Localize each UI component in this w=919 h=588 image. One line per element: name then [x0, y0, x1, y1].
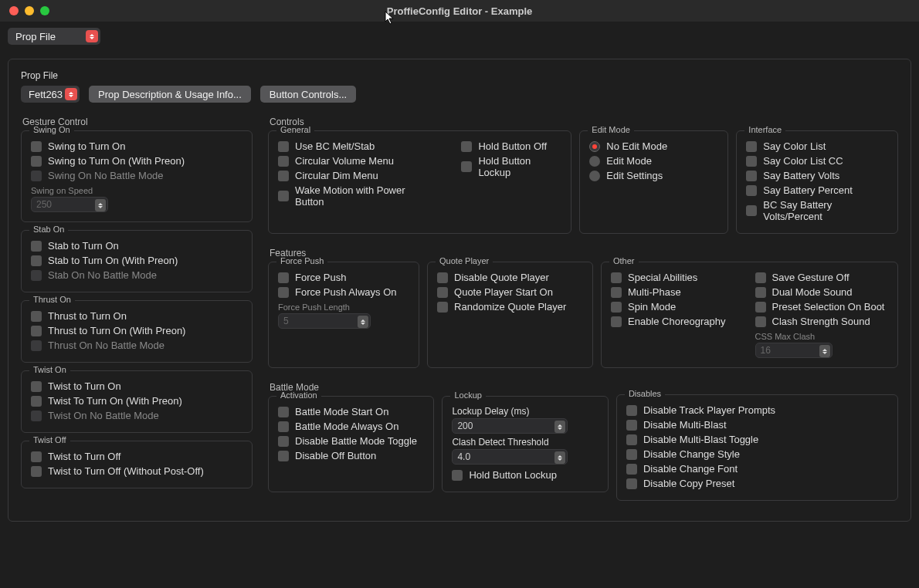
css-max-clash-input[interactable]: 16	[755, 343, 833, 358]
say-colorlist-cc-checkbox[interactable]	[746, 156, 757, 167]
bc-meltstab-checkbox[interactable]	[278, 141, 289, 152]
say-colorlist-checkbox[interactable]	[746, 141, 757, 152]
disable-multiblast-checkbox[interactable]	[626, 420, 637, 431]
disable-quote-checkbox[interactable]	[437, 272, 448, 283]
forcepush-always-checkbox[interactable]	[278, 287, 289, 298]
swing-on-group: Swing On Swing to Turn On Swing to Turn …	[21, 130, 253, 222]
stab-on-nobattle-checkbox	[31, 270, 42, 281]
circular-dim-checkbox[interactable]	[278, 171, 289, 181]
editmode-radio[interactable]	[589, 156, 600, 167]
propfile-selected: Fett263	[29, 89, 63, 100]
battle-always-checkbox[interactable]	[278, 421, 289, 432]
close-icon[interactable]	[9, 6, 19, 15]
controls-title: Controls	[270, 117, 898, 127]
thrust-on-checkbox[interactable]	[31, 311, 42, 322]
hold-lockup-checkbox[interactable]	[461, 161, 472, 172]
stepper-icon[interactable]	[819, 345, 830, 357]
disables-group: Disables Disable Track Player Prompts Di…	[616, 394, 898, 501]
disable-copy-preset-checkbox[interactable]	[626, 478, 637, 489]
stepper-icon[interactable]	[554, 451, 565, 464]
quote-start-checkbox[interactable]	[437, 287, 448, 298]
titlebar: ProffieConfig Editor - Example	[0, 0, 919, 22]
choreography-checkbox[interactable]	[611, 316, 622, 327]
disable-change-style-checkbox[interactable]	[626, 449, 637, 460]
hold-button-lockup-checkbox[interactable]	[452, 470, 463, 481]
main-panel: Prop File Fett263 Prop Description & Usa…	[8, 59, 911, 522]
multiphase-checkbox[interactable]	[611, 287, 622, 298]
main-toolbar: Prop File	[0, 22, 919, 51]
dual-mode-sound-checkbox[interactable]	[755, 287, 766, 298]
randomize-quote-checkbox[interactable]	[437, 302, 448, 313]
twist-off-nopostoff-checkbox[interactable]	[31, 466, 42, 477]
disable-track-prompts-checkbox[interactable]	[626, 405, 637, 416]
thrust-on-preon-checkbox[interactable]	[31, 326, 42, 336]
disable-battle-toggle-checkbox[interactable]	[278, 436, 289, 447]
disable-change-font-checkbox[interactable]	[626, 464, 637, 475]
forcepush-group: Force Push Force Push Force Push Always …	[268, 262, 419, 368]
stab-on-preon-checkbox[interactable]	[31, 255, 42, 266]
say-battery-volts-checkbox[interactable]	[746, 171, 757, 181]
other-group: Other Special Abilities Multi-Phase Spin…	[601, 262, 898, 368]
twist-on-checkbox[interactable]	[31, 381, 42, 392]
say-battery-percent-checkbox[interactable]	[746, 185, 757, 196]
maximize-icon[interactable]	[40, 6, 49, 15]
activation-group: Activation Battle Mode Start On Battle M…	[268, 396, 434, 492]
forcepush-checkbox[interactable]	[278, 272, 289, 283]
thrust-on-nobattle-checkbox	[31, 340, 42, 351]
thrust-on-group: Thrust On Thrust to Turn On Thrust to Tu…	[21, 300, 253, 363]
twist-on-nobattle-checkbox	[31, 411, 42, 421]
save-gesture-off-checkbox[interactable]	[755, 272, 766, 283]
minimize-icon[interactable]	[25, 6, 34, 15]
quote-group: Quote Player Disable Quote Player Quote …	[427, 262, 593, 368]
clash-threshold-input[interactable]: 4.0	[452, 449, 568, 465]
chevron-updown-icon	[65, 88, 77, 100]
editmode-group: Edit Mode No Edit Mode Edit Mode Edit Se…	[579, 130, 728, 234]
window-title: ProffieConfig Editor - Example	[0, 5, 919, 17]
hold-off-checkbox[interactable]	[461, 141, 472, 152]
stepper-icon[interactable]	[95, 199, 106, 211]
twist-on-preon-checkbox[interactable]	[31, 396, 42, 407]
battle-start-checkbox[interactable]	[278, 407, 289, 417]
editsettings-radio[interactable]	[589, 171, 600, 181]
forcepush-length-input[interactable]: 5	[278, 313, 371, 329]
propfile-label: Prop File	[21, 70, 898, 81]
disable-multiblast-toggle-checkbox[interactable]	[626, 434, 637, 445]
page-select[interactable]: Prop File	[8, 28, 100, 45]
wake-motion-checkbox[interactable]	[278, 191, 289, 201]
twist-on-group: Twist On Twist to Turn On Twist To Turn …	[21, 370, 253, 433]
clash-strength-sound-checkbox[interactable]	[755, 316, 766, 327]
chevron-updown-icon	[86, 30, 98, 42]
spinmode-checkbox[interactable]	[611, 302, 622, 313]
stab-on-checkbox[interactable]	[31, 241, 42, 252]
twist-off-group: Twist Off Twist to Turn Off Twist to Tur…	[21, 441, 253, 488]
circular-volume-checkbox[interactable]	[278, 156, 289, 167]
disable-off-button-checkbox[interactable]	[278, 451, 289, 461]
no-editmode-radio[interactable]	[589, 141, 600, 152]
button-controls-button[interactable]: Button Controls...	[260, 86, 356, 103]
swing-on-checkbox[interactable]	[31, 141, 42, 152]
features-title: Features	[270, 248, 898, 259]
propfile-select[interactable]: Fett263	[21, 86, 80, 103]
page-select-label: Prop File	[15, 31, 56, 42]
interface-group: Interface Say Color List Say Color List …	[736, 130, 898, 234]
swing-on-preon-checkbox[interactable]	[31, 156, 42, 167]
prop-description-button[interactable]: Prop Description & Usage Info...	[89, 86, 251, 103]
preset-onboot-checkbox[interactable]	[755, 302, 766, 313]
stepper-icon[interactable]	[554, 421, 565, 433]
lockup-delay-input[interactable]: 200	[452, 418, 568, 434]
general-group: General Use BC Melt/Stab Circular Volume…	[268, 130, 571, 234]
lockup-group: Lockup Lockup Delay (ms) 200 Clash Detec…	[442, 396, 608, 492]
stab-on-group: Stab On Stab to Turn On Stab to Turn On …	[21, 230, 253, 292]
stepper-icon[interactable]	[358, 316, 368, 328]
swing-on-nobattle-checkbox	[31, 171, 42, 181]
special-abilities-checkbox[interactable]	[611, 272, 622, 283]
window-controls	[9, 6, 49, 15]
swing-speed-input[interactable]: 250	[31, 197, 108, 212]
bc-say-battery-checkbox[interactable]	[746, 205, 757, 216]
twist-off-checkbox[interactable]	[31, 451, 42, 462]
